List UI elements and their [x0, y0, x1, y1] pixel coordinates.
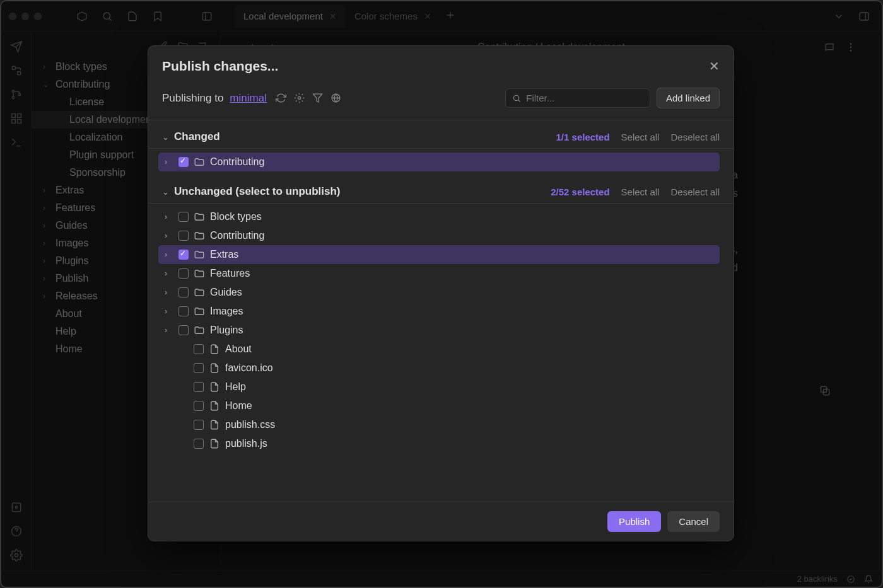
- selected-count: 2/52 selected: [551, 187, 609, 197]
- chevron-right-icon[interactable]: ›: [165, 269, 173, 278]
- unchanged-section-header: ⌄ Unchanged (select to unpublish) 2/52 s…: [148, 175, 734, 204]
- tree-file-row[interactable]: ›Home: [158, 396, 720, 415]
- filter-icon[interactable]: [312, 93, 323, 103]
- deselect-all-button[interactable]: Deselect all: [670, 187, 720, 197]
- tree-folder-row[interactable]: ›Images: [158, 302, 720, 321]
- search-icon: [512, 93, 521, 103]
- selected-count: 1/1 selected: [556, 132, 610, 142]
- checkbox[interactable]: [194, 344, 204, 354]
- chevron-down-icon[interactable]: ⌄: [162, 132, 169, 142]
- checkbox[interactable]: [194, 382, 204, 392]
- modal-body: ⌄ Changed 1/1 selected Select all Desele…: [148, 120, 734, 502]
- tree-folder-row[interactable]: ›Features: [158, 264, 720, 283]
- refresh-icon[interactable]: [276, 93, 286, 103]
- cancel-button[interactable]: Cancel: [667, 511, 720, 532]
- checkbox[interactable]: [194, 420, 204, 430]
- svg-point-24: [513, 95, 518, 100]
- checkbox[interactable]: [194, 439, 204, 449]
- unchanged-tree: ›Block types›Contributing›Extras›Feature…: [148, 204, 734, 457]
- tree-file-row[interactable]: ›publish.js: [158, 434, 720, 453]
- checkbox[interactable]: [178, 325, 189, 335]
- modal-subheader: Publishing to minimal Add linked: [148, 81, 734, 120]
- svg-point-22: [298, 96, 300, 99]
- tree-item-label: Block types: [210, 211, 262, 222]
- add-linked-button[interactable]: Add linked: [657, 88, 720, 108]
- chevron-right-icon[interactable]: ›: [165, 326, 173, 335]
- chevron-right-icon[interactable]: ›: [165, 212, 173, 221]
- tree-folder-row[interactable]: ›Contributing: [158, 226, 720, 245]
- checkbox[interactable]: [178, 287, 189, 297]
- tree-item-label: Extras: [210, 249, 238, 260]
- modal-title: Publish changes...: [162, 59, 278, 74]
- tree-folder-row[interactable]: ›Plugins: [158, 321, 720, 340]
- chevron-right-icon[interactable]: ›: [165, 250, 173, 259]
- tree-folder-row[interactable]: ›Extras: [158, 245, 720, 264]
- tree-item-label: favicon.ico: [225, 362, 273, 374]
- section-title: Unchanged (select to unpublish): [174, 185, 341, 198]
- checkbox[interactable]: [178, 306, 189, 316]
- tree-item-label: Home: [225, 400, 252, 412]
- tree-file-row[interactable]: ›Help: [158, 378, 720, 396]
- chevron-right-icon[interactable]: ›: [165, 307, 173, 316]
- changed-section-header: ⌄ Changed 1/1 selected Select all Desele…: [148, 120, 734, 149]
- tree-item-label: Features: [210, 268, 250, 279]
- tree-file-row[interactable]: ›publish.css: [158, 415, 720, 434]
- checkbox[interactable]: [178, 231, 189, 241]
- tree-file-row[interactable]: ›About: [158, 340, 720, 359]
- filter-input[interactable]: [526, 93, 643, 103]
- site-link[interactable]: minimal: [230, 92, 267, 105]
- tree-item-label: Help: [225, 381, 246, 393]
- tree-folder-row[interactable]: ›Contributing: [158, 153, 720, 171]
- chevron-down-icon[interactable]: ⌄: [162, 187, 169, 197]
- tree-file-row[interactable]: ›favicon.ico: [158, 359, 720, 378]
- tree-item-label: Plugins: [210, 325, 243, 336]
- tree-item-label: Guides: [210, 287, 242, 298]
- site-actions: [276, 93, 341, 103]
- gear-icon[interactable]: [294, 93, 305, 103]
- publish-modal: Publish changes... ✕ Publishing to minim…: [148, 45, 734, 541]
- chevron-right-icon[interactable]: ›: [165, 231, 173, 240]
- tree-item-label: Contributing: [210, 230, 264, 241]
- tree-item-label: About: [225, 343, 252, 355]
- publish-button[interactable]: Publish: [607, 511, 661, 532]
- checkbox[interactable]: [178, 212, 189, 222]
- close-icon[interactable]: ✕: [709, 59, 720, 74]
- modal-header: Publish changes... ✕: [148, 46, 734, 81]
- tree-folder-row[interactable]: ›Guides: [158, 283, 720, 302]
- tree-item-label: Images: [210, 306, 243, 317]
- chevron-right-icon[interactable]: ›: [165, 288, 173, 297]
- checkbox[interactable]: [178, 250, 189, 260]
- tree-folder-row[interactable]: ›Block types: [158, 207, 720, 226]
- select-all-button[interactable]: Select all: [621, 132, 660, 142]
- section-title: Changed: [174, 130, 220, 143]
- tree-item-label: Contributing: [210, 156, 264, 168]
- tree-item-label: publish.js: [225, 438, 267, 449]
- filter-input-wrapper: [505, 88, 650, 108]
- checkbox[interactable]: [178, 157, 189, 167]
- modal-footer: Publish Cancel: [148, 502, 734, 541]
- checkbox[interactable]: [194, 363, 204, 373]
- checkbox[interactable]: [194, 401, 204, 411]
- checkbox[interactable]: [178, 268, 189, 279]
- chevron-right-icon[interactable]: ›: [165, 158, 173, 166]
- changed-tree: ›Contributing: [148, 149, 734, 175]
- select-all-button[interactable]: Select all: [621, 187, 660, 197]
- tree-item-label: publish.css: [225, 419, 275, 430]
- globe-icon[interactable]: [330, 93, 341, 103]
- publishing-to-label: Publishing to: [162, 92, 223, 105]
- deselect-all-button[interactable]: Deselect all: [670, 132, 720, 142]
